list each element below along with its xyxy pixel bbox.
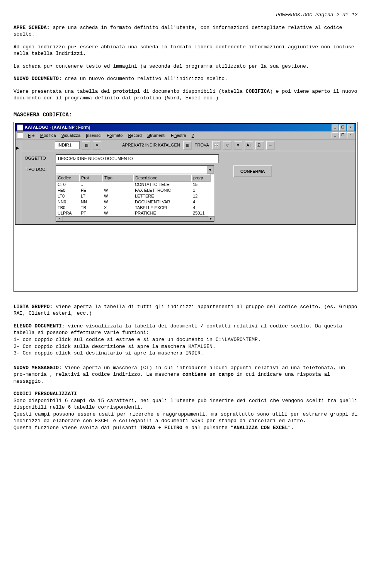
- form-area: OGGETTO DESCRIZIONE NUOVO DOCUMENTO TIPO…: [21, 151, 356, 183]
- conferma-button[interactable]: CONFERMA: [233, 165, 272, 177]
- maximize-button[interactable]: ❐: [339, 124, 346, 131]
- elenco-li3: 3- Con doppio click sul destinatario si …: [14, 350, 357, 357]
- proto-a: Viene presentata una tabella dei: [14, 89, 113, 94]
- chevron-down-icon[interactable]: ▾: [207, 166, 214, 174]
- oggetto-label: OGGETTO: [25, 154, 52, 161]
- menu-formato[interactable]: Formato: [104, 132, 125, 139]
- menu-visualizza[interactable]: Visualizza: [59, 132, 83, 139]
- codici-p2: Questi campi possono essere usati per ri…: [14, 411, 357, 424]
- menu-record[interactable]: Record: [126, 132, 144, 139]
- proto-b: prototipi: [113, 89, 140, 94]
- sort-asc-icon[interactable]: A↓: [245, 141, 253, 150]
- menu-inserisci[interactable]: Inserisci: [83, 132, 104, 139]
- dropdown-row[interactable]: TB0TBXTABELLE EXCEL4: [56, 205, 214, 211]
- binoculars-icon[interactable]: 👀: [212, 141, 221, 150]
- mdi-close-button[interactable]: ×: [347, 132, 354, 138]
- dropdown-scrollbar[interactable]: ◂ ▸: [56, 216, 214, 222]
- mdi-minimize-button[interactable]: _: [332, 132, 339, 138]
- elenco-doc-label: ELENCO DOCUMENTI:: [14, 323, 65, 329]
- scroll-right-icon[interactable]: ▸: [208, 216, 214, 221]
- menu-file[interactable]: File: [26, 132, 37, 139]
- nuovo-doc-text: crea un nuovo documento relativo all'ind…: [62, 76, 228, 82]
- para-apre-scheda: APRE SCHEDA: apre una scheda in formato …: [14, 24, 357, 38]
- filter-apply-icon[interactable]: ▼: [234, 141, 242, 150]
- para-lista-gruppo: LISTA GRUPPO: viene aperta la tabella di…: [14, 303, 357, 317]
- sort-desc-icon[interactable]: Z↓: [255, 141, 264, 150]
- oggetto-input[interactable]: DESCRIZIONE NUOVO DOCUMENTO: [56, 154, 219, 163]
- dropdown-row[interactable]: ULPRAPTWPRATICHE25011: [56, 210, 214, 216]
- tipodoc-dropdown[interactable]: Codice Prot Tipo Descrizione progr CT0..…: [56, 174, 214, 222]
- proto-c: di documento disponibili (tabella: [140, 89, 246, 94]
- codici-p3c: e dal pulsante: [182, 425, 231, 431]
- elenco-li1: 1- con doppio click sul codice si estrae…: [14, 336, 357, 343]
- toolbar-field-indir1[interactable]: INDIR1: [55, 141, 80, 149]
- para-prototipi: Viene presentata una tabella dei prototi…: [14, 88, 357, 102]
- nuovo-msg-label: NUOVO MESSAGGIO:: [14, 365, 62, 371]
- toolbar-trova: TROVA: [194, 142, 210, 148]
- dropdown-header: Codice Prot Tipo Descrizione progr: [56, 174, 214, 182]
- scroll-left-icon[interactable]: ◂: [56, 216, 63, 221]
- minimize-button[interactable]: _: [332, 124, 339, 131]
- window-title: KATALOGO - [KATALINP : Form]: [25, 124, 90, 130]
- menu-modifica[interactable]: Modifica: [38, 132, 58, 139]
- nuovo-doc-label: NUOVO DOCUMENTO:: [14, 76, 62, 82]
- dropdown-row[interactable]: CT0..CONTATTO TELEI15: [56, 182, 214, 187]
- apre-scheda-text: apre una scheda in formato definito dall…: [14, 25, 342, 37]
- dropdown-row[interactable]: FE0FEWFAX ELETTRONIC1: [56, 187, 214, 193]
- arrow-right-icon[interactable]: →: [266, 141, 275, 150]
- col-codice: Codice: [56, 174, 79, 182]
- page-header: POWERDOK.DOC-Pagina 2 di 12: [14, 12, 357, 19]
- para-nuovo-doc: NUOVO DOCUMENTO: crea un nuovo documento…: [14, 75, 357, 82]
- app-icon: [17, 124, 23, 131]
- screenshot-container: KATALOGO - [KATALINP : Form] _ ❐ × File …: [14, 122, 357, 292]
- menubar: File Modifica Visualizza Inserisci Forma…: [15, 131, 356, 140]
- codici-p3e: .: [291, 425, 294, 431]
- menu-finestra[interactable]: Finestra: [168, 132, 189, 139]
- codici-p1: Sono disponibili 6 campi da 15 caratteri…: [14, 397, 357, 411]
- menu-strumenti[interactable]: Strumenti: [145, 132, 168, 139]
- form-icon: [17, 132, 23, 138]
- menu-help[interactable]: ?: [189, 132, 196, 139]
- dropdown-row[interactable]: LT0LTWLETTERE12: [56, 193, 214, 199]
- codici-p3b: TROVA + FILTRO: [140, 425, 182, 431]
- tipodoc-label: TIPO DOC.: [25, 165, 52, 172]
- lista-gruppo-label: LISTA GRUPPO:: [14, 304, 53, 310]
- col-progr: progr: [191, 174, 211, 182]
- col-tipo: Tipo: [102, 174, 133, 182]
- current-record-arrow-icon: ▶: [16, 145, 19, 151]
- para-elenco-doc: ELENCO DOCUMENTI: viene visualizzata la …: [14, 323, 357, 336]
- app-window: KATALOGO - [KATALINP : Form] _ ❐ × File …: [15, 123, 356, 225]
- section-maschera-codifica: MASCHERA CODIFICA:: [14, 111, 357, 119]
- codici-p3d: "ANALIZZA CON EXCEL": [231, 425, 291, 431]
- titlebar: KATALOGO - [KATALINP : Form] _ ❐ ×: [15, 124, 356, 131]
- lista-gruppo-text: viene aperta la tabella di tutti gli ind…: [14, 304, 357, 317]
- proto-d: CODIFICA: [246, 89, 270, 94]
- nuovo-msg-b: contiene un campo: [182, 372, 234, 377]
- record-selector[interactable]: ▶: [15, 141, 21, 224]
- toolbar-icon-3[interactable]: ▦: [183, 141, 192, 150]
- apre-scheda-label: APRE SCHEDA:: [14, 25, 50, 31]
- toolbar: INDIR1 ▦ ✕ APREKAT2 INDIR KATALGEN ▦ TRO…: [15, 140, 356, 151]
- toolbar-icon-1[interactable]: ▦: [82, 141, 90, 150]
- filter-icon[interactable]: ▽: [223, 141, 231, 150]
- toolbar-labels: APREKAT2 INDIR KATALGEN: [121, 142, 181, 148]
- elenco-li2: 2- Con doppio click sulla descrizione si…: [14, 343, 357, 350]
- codici-p3: Questa funzione viene svolta dai pulsant…: [14, 424, 357, 431]
- close-button[interactable]: ×: [347, 124, 354, 131]
- para-scheda: La scheda pu• contenere testo ed immagin…: [14, 63, 357, 70]
- para-nuovo-msg: NUOVO MESSAGGIO: Viene aperta un mascher…: [14, 365, 357, 385]
- para-indirizzo: Ad ogni indirizzo pu• essere abbinata un…: [14, 44, 357, 57]
- codici-p3a: Questa funzione viene svolta dai pulsant…: [14, 425, 140, 431]
- tipodoc-combo[interactable]: ▾: [56, 165, 214, 174]
- codici-title: CODICI PERSONALIZZATI: [14, 390, 357, 397]
- tipodoc-value: [56, 166, 207, 174]
- dropdown-row[interactable]: NN0NNWDOCUMENTI VAR4: [56, 199, 214, 205]
- mdi-maximize-button[interactable]: ❐: [339, 132, 346, 138]
- col-prot: Prot: [79, 174, 102, 182]
- col-descr: Descrizione: [133, 174, 191, 182]
- toolbar-icon-2[interactable]: ✕: [93, 141, 101, 150]
